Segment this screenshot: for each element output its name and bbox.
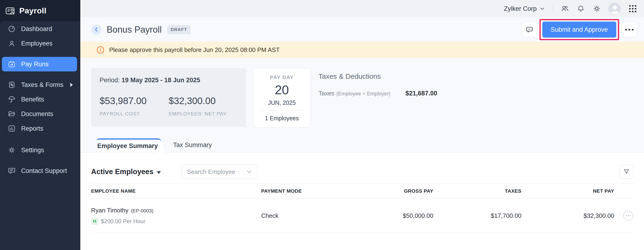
employee-controls: Active Employees Search Employee: [91, 164, 633, 179]
comments-button[interactable]: [522, 22, 537, 37]
table-row[interactable]: Ryan Timothy (EP-0003) H $200.00 Per Hou…: [91, 198, 633, 233]
pay-period: Period:19 May 2025 - 18 Jun 2025: [100, 76, 238, 84]
tab-tax-summary[interactable]: Tax Summary: [173, 142, 212, 152]
sidebar-item-label: Benefits: [21, 96, 44, 103]
net-pay-label: EMPLOYEES' NET PAY: [169, 111, 238, 116]
sidebar-item-label: Settings: [21, 146, 44, 154]
apps-grid-icon[interactable]: [628, 4, 637, 13]
org-switcher[interactable]: Zylker Corp: [504, 5, 545, 12]
payroll-app: Payroll Dashboard Employees Pay Runs Tax…: [0, 0, 644, 250]
sidebar-item-settings[interactable]: Settings: [2, 143, 77, 158]
taxes-row-sublabel: (Employee + Employer): [336, 91, 390, 97]
chevron-left-icon: [94, 27, 99, 32]
org-name: Zylker Corp: [504, 5, 537, 12]
employee-name[interactable]: Ryan Timothy: [91, 207, 128, 214]
taxes-row-label: Taxes: [318, 90, 334, 97]
net-pay-block: $32,300.00 EMPLOYEES' NET PAY: [169, 96, 238, 116]
users-icon[interactable]: [561, 5, 569, 13]
active-employees-dropdown[interactable]: Active Employees: [91, 168, 161, 176]
reports-icon: [8, 125, 16, 132]
chat-bubble-icon: [8, 167, 16, 174]
app-logo: Payroll: [0, 0, 80, 21]
taxes-row: Taxes (Employee + Employer) $21,687.00: [318, 90, 437, 97]
avatar-silhouette-icon: [609, 3, 620, 14]
sidebar-item-taxes-forms[interactable]: Taxes & Forms: [2, 78, 77, 92]
period-label: Period:: [100, 76, 120, 84]
sidebar-item-dashboard[interactable]: Dashboard: [2, 22, 77, 36]
column-header-net-pay: NET PAY: [522, 188, 614, 194]
pay-day-card: PAY DAY 20 JUN, 2025 1 Employees: [253, 68, 310, 127]
column-header-taxes: TAXES: [433, 188, 522, 194]
back-button[interactable]: [91, 24, 102, 35]
sidebar-nav: Dashboard Employees Pay Runs Taxes & For…: [0, 21, 80, 250]
dashboard-icon: [8, 25, 16, 33]
net-pay-value: $32,300.00: [169, 96, 238, 106]
payroll-cost-value: $53,987.00: [100, 96, 169, 106]
divider: [260, 110, 304, 111]
taxes-forms-icon: [8, 81, 16, 88]
benefits-icon: [8, 96, 16, 103]
row-more-options-button[interactable]: [623, 211, 633, 221]
sidebar-item-pay-runs[interactable]: Pay Runs: [2, 57, 77, 72]
banner-message: Please approve this payroll before Jun 2…: [109, 46, 280, 54]
sidebar-item-reports[interactable]: Reports: [2, 121, 77, 136]
hourly-badge: H: [91, 218, 98, 225]
sidebar-item-label: Taxes & Forms: [21, 81, 64, 88]
page-header: Bonus Payroll DRAFT Submit and Approve: [80, 18, 644, 42]
employees-icon: [8, 40, 16, 47]
sidebar-item-benefits[interactable]: Benefits: [2, 92, 77, 107]
documents-icon: [8, 110, 16, 118]
app-title: Payroll: [19, 6, 46, 15]
gear-icon: [8, 146, 16, 154]
employee-name-cell: Ryan Timothy (EP-0003) H $200.00 Per Hou…: [91, 207, 261, 225]
taxes-deductions-title: Taxes & Deductions: [318, 72, 437, 80]
sidebar-item-label: Reports: [21, 125, 44, 132]
active-employees-label: Active Employees: [91, 168, 153, 176]
approval-warning-banner: i Please approve this payroll before Jun…: [80, 42, 644, 58]
pay-day-label: PAY DAY: [254, 74, 310, 80]
pay-runs-icon: [8, 60, 16, 68]
sidebar-item-label: Contact Support: [21, 167, 67, 174]
taxes-deductions-section: Taxes & Deductions Taxes (Employee + Emp…: [318, 68, 437, 97]
topbar: Zylker Corp: [80, 0, 644, 18]
sidebar-item-documents[interactable]: Documents: [2, 107, 77, 121]
gross-pay-cell: $50,000.00: [350, 212, 433, 220]
caret-down-icon: [157, 171, 161, 174]
summary-section: Period:19 May 2025 - 18 Jun 2025 $53,987…: [91, 68, 637, 127]
net-pay-cell: $32,300.00: [522, 212, 614, 220]
page-title: Bonus Payroll: [107, 25, 162, 35]
bell-icon[interactable]: [577, 5, 585, 13]
sidebar-item-label: Pay Runs: [21, 60, 48, 68]
submit-and-approve-button[interactable]: Submit and Approve: [542, 22, 616, 38]
employee-summary-panel: Active Employees Search Employee EMPLOYE…: [80, 153, 644, 250]
user-avatar[interactable]: [609, 3, 620, 14]
employee-count: 1 Employees: [254, 115, 310, 122]
comment-icon: [526, 26, 533, 33]
chevron-right-icon: [70, 83, 73, 87]
tab-employee-summary[interactable]: Employee Summary: [96, 138, 158, 152]
sidebar-item-employees[interactable]: Employees: [2, 36, 77, 51]
column-header-employee-name: EMPLOYEE NAME: [91, 188, 261, 194]
pay-day-month-year: JUN, 2025: [254, 100, 310, 106]
summary-tabs: Employee Summary Tax Summary: [80, 139, 644, 153]
gear-icon[interactable]: [593, 5, 601, 13]
payroll-logo-icon: [5, 6, 15, 16]
status-badge: DRAFT: [167, 25, 190, 34]
payroll-cost-block: $53,987.00 PAYROLL COST: [100, 96, 169, 116]
payment-mode-cell: Check: [261, 212, 350, 220]
sidebar: Payroll Dashboard Employees Pay Runs Tax…: [0, 0, 80, 250]
ellipsis-icon: [625, 29, 634, 30]
search-employee-select[interactable]: Search Employee: [182, 164, 257, 179]
pay-rate: $200.00 Per Hour: [101, 218, 146, 224]
payroll-cost-label: PAYROLL COST: [100, 111, 169, 116]
employee-table-header: EMPLOYEE NAME PAYMENT MODE GROSS PAY TAX…: [91, 183, 633, 198]
sidebar-item-label: Documents: [21, 110, 53, 118]
info-icon: i: [97, 46, 104, 54]
filter-button[interactable]: [620, 165, 633, 178]
column-header-payment-mode: PAYMENT MODE: [261, 188, 350, 194]
employee-id: (EP-0003): [131, 208, 153, 213]
period-value: 19 May 2025 - 18 Jun 2025: [122, 76, 200, 84]
more-options-button[interactable]: [622, 22, 637, 37]
ellipsis-icon: [626, 215, 627, 216]
sidebar-item-contact-support[interactable]: Contact Support: [2, 164, 77, 178]
